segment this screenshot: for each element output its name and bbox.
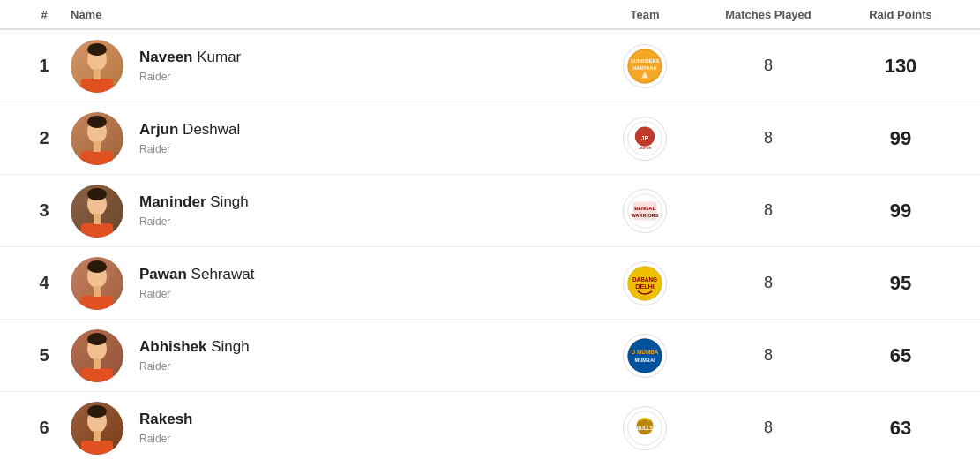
player-name: Abhishek Singh (139, 338, 250, 356)
avatar (71, 402, 123, 455)
svg-text:WARRIORS: WARRIORS (632, 213, 659, 218)
svg-point-42 (87, 333, 107, 345)
player-info: Maninder Singh Raider (139, 193, 249, 227)
col-name-header: Name (71, 8, 592, 21)
table-row: 1 Naveen Kumar Raider (0, 30, 980, 102)
svg-rect-4 (81, 79, 113, 93)
raid-points: 63 (839, 417, 962, 440)
player-cell: Naveen Kumar Raider (71, 40, 592, 93)
raid-points: 95 (839, 272, 962, 295)
svg-text:SUNRISERS: SUNRISERS (631, 58, 660, 64)
raid-points: 99 (839, 200, 962, 222)
svg-rect-53 (94, 431, 101, 441)
player-name: Naveen Kumar (139, 49, 241, 66)
table-header: # Name Team Matches Played Raid Points (0, 0, 980, 30)
avatar (71, 257, 123, 310)
raid-points: 65 (839, 344, 962, 367)
svg-text:BULLS: BULLS (637, 425, 654, 430)
matches-played: 8 (698, 57, 839, 75)
team-logo: SUNRISERS HARYANA (623, 44, 667, 88)
team-cell: DABANG DELHI (592, 261, 698, 305)
svg-text:U MUMBA: U MUMBA (632, 348, 659, 354)
player-rank: 3 (18, 200, 71, 221)
col-team-header: Team (592, 8, 698, 21)
svg-rect-44 (94, 358, 101, 369)
svg-rect-24 (81, 223, 113, 238)
table-body: 1 Naveen Kumar Raider (0, 30, 980, 460)
team-cell: U MUMBA MUMBAI (592, 334, 698, 378)
avatar (71, 112, 123, 165)
player-role: Raider (139, 143, 240, 155)
raid-points: 130 (839, 55, 962, 78)
col-points-header: Raid Points (839, 8, 962, 21)
player-info: Arjun Deshwal Raider (139, 121, 240, 155)
player-cell: Rakesh Raider (71, 402, 592, 455)
player-name: Rakesh (139, 411, 192, 428)
team-cell: JP JAIPUR (592, 117, 698, 161)
svg-point-13 (87, 116, 107, 128)
player-info: Pawan Sehrawat Raider (139, 266, 254, 299)
team-logo: BULLS (623, 406, 667, 450)
table-row: 2 Arjun Deshwal Raider (0, 102, 980, 175)
svg-rect-25 (94, 214, 101, 224)
player-rank: 5 (18, 345, 71, 366)
svg-rect-5 (94, 69, 101, 79)
team-logo: BENGAL WARRIORS (623, 189, 667, 233)
player-role: Raider (139, 288, 254, 300)
player-info: Naveen Kumar Raider (139, 49, 241, 82)
svg-text:DELHI: DELHI (635, 282, 655, 290)
player-role: Raider (139, 433, 192, 445)
table-row: 4 Pawan Sehrawat Raider (0, 247, 980, 320)
svg-point-23 (87, 188, 107, 200)
avatar (71, 40, 123, 93)
raid-points: 99 (839, 127, 962, 150)
player-info: Abhishek Singh Raider (139, 338, 250, 372)
matches-played: 8 (698, 346, 839, 365)
team-logo: U MUMBA MUMBAI (623, 334, 667, 378)
col-rank-header: # (18, 8, 71, 21)
matches-played: 8 (698, 274, 839, 292)
svg-point-51 (87, 405, 107, 418)
svg-rect-34 (81, 296, 113, 310)
matches-played: 8 (698, 419, 839, 437)
svg-text:DABANG: DABANG (632, 275, 657, 282)
svg-rect-14 (81, 151, 113, 165)
svg-text:MUMBAI: MUMBAI (635, 358, 655, 363)
player-rank: 2 (18, 128, 71, 148)
team-logo: JP JAIPUR (623, 117, 667, 161)
player-info: Rakesh Raider (139, 411, 192, 444)
player-rank: 1 (18, 56, 71, 76)
player-cell: Arjun Deshwal Raider (71, 112, 592, 165)
player-cell: Abhishek Singh Raider (71, 329, 592, 382)
team-cell: BENGAL WARRIORS (592, 189, 698, 233)
avatar (71, 185, 123, 238)
leaderboard-table: # Name Team Matches Played Raid Points 1 (0, 0, 980, 460)
matches-played: 8 (698, 129, 839, 147)
player-role: Raider (139, 360, 250, 373)
table-row: 6 Rakesh Raider (0, 392, 980, 460)
col-matches-header: Matches Played (698, 8, 839, 21)
player-name: Arjun Deshwal (139, 121, 240, 139)
table-row: 5 Abhishek Singh Raider (0, 320, 980, 392)
avatar (71, 329, 123, 382)
svg-text:BENGAL: BENGAL (634, 206, 655, 211)
svg-text:JAIPUR: JAIPUR (639, 146, 652, 150)
svg-text:HARYANA: HARYANA (632, 65, 656, 71)
svg-rect-52 (81, 441, 113, 455)
player-cell: Maninder Singh Raider (71, 185, 592, 238)
svg-rect-15 (94, 141, 101, 152)
player-cell: Pawan Sehrawat Raider (71, 257, 592, 310)
player-role: Raider (139, 71, 241, 83)
team-logo: DABANG DELHI (623, 261, 667, 305)
player-rank: 4 (18, 273, 71, 293)
svg-text:JP: JP (641, 133, 649, 141)
svg-rect-43 (81, 368, 113, 382)
svg-rect-35 (94, 286, 101, 297)
svg-point-45 (628, 338, 662, 372)
player-rank: 6 (18, 418, 71, 438)
matches-played: 8 (698, 201, 839, 220)
player-name: Pawan Sehrawat (139, 266, 254, 283)
player-name: Maninder Singh (139, 193, 249, 211)
svg-point-3 (87, 43, 107, 56)
table-row: 3 Maninder Singh Raider (0, 175, 980, 247)
